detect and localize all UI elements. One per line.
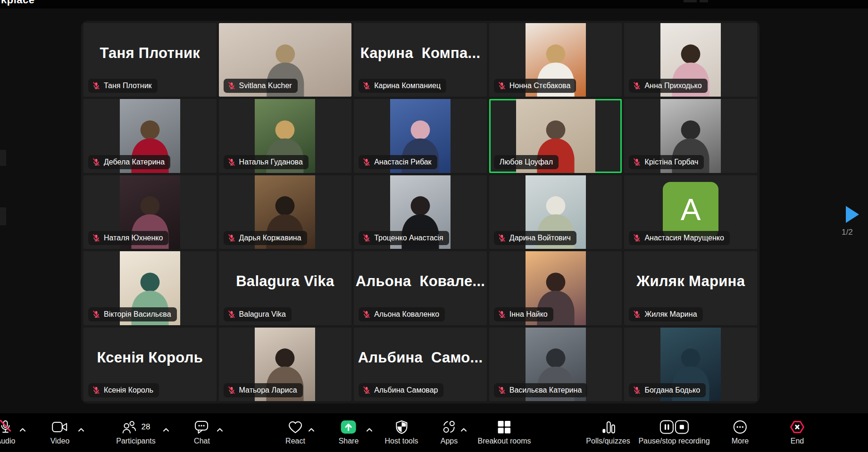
mic-muted-icon [498,311,506,318]
participant-tile[interactable]: Наталя Юхненко [83,175,217,249]
participant-name-pill: Таня Плотник [88,79,158,93]
participant-tile[interactable]: Троценко Анастасія [354,175,487,249]
toolbar-share-button[interactable]: Share [339,418,359,445]
toolbar-label: Participants [116,437,156,445]
participant-name-pill: Дарья Коржавина [224,231,307,245]
participant-name-pill: Анастасия Марущенко [629,231,729,245]
participant-tile[interactable]: AАнастасия Марущенко [624,175,757,249]
mic-muted-icon [633,234,641,242]
toolbar-chat-button[interactable]: Chat [194,418,210,445]
mic-muted-icon [363,234,370,242]
next-page-button[interactable] [846,206,859,223]
toolbar-recording-button[interactable]: Pause/stop recording [638,418,709,445]
mic-muted-icon [633,82,641,90]
mic-muted-icon [633,386,641,394]
participant-tile[interactable]: Альона Ковале...Альона Коваленко [354,251,487,325]
participant-tile[interactable]: Ксенія КорольКсенія Король [83,328,217,401]
participant-name-pill: Крістіна Горбач [629,155,704,169]
participant-tile[interactable]: Balagura VikaBalagura Vika [219,251,352,325]
page-indicator: 1/2 [842,228,853,237]
participant-tile[interactable]: Анна Приходько [624,23,757,97]
toolbar-icon-row [497,418,511,436]
top-right-artifact [684,0,697,2]
participant-name-pill: Анастасія Рибак [359,155,437,169]
toolbar-label: End [791,437,804,445]
mic-muted-icon [363,158,370,166]
toolbar-audio-button[interactable]: Audio [0,418,15,445]
mic-muted-icon [633,311,641,318]
participant-name-pill: Дебела Катерина [88,155,170,169]
share-screen-icon [341,420,357,434]
participant-tile[interactable]: Таня ПлотникТаня Плотник [83,23,217,97]
toolbar-label: Host tools [384,437,418,445]
camera-icon [52,421,68,433]
toolbar-icon-row: 28 [122,418,150,436]
toolbar-more-button[interactable]: More [732,418,749,445]
breakout-rooms-icon [497,420,511,434]
chat-chevron-button[interactable] [217,425,223,434]
participant-tile[interactable]: Дебела Катерина [83,99,217,173]
toolbar-icon-row [341,418,357,436]
participant-name: Таня Плотник [104,82,152,90]
participant-tile[interactable]: Карина Компа...Карина Компаниец [354,23,487,97]
mic-muted-icon [363,82,370,90]
end-meeting-icon [790,420,805,434]
toolbar-participants-button[interactable]: 28Participants [116,418,156,445]
participant-tile[interactable]: Васильєва Катерина [489,328,622,401]
toolbar-polls-button[interactable]: Polls/quizzes [586,418,630,445]
react-chevron-button[interactable] [308,425,315,434]
participant-tile[interactable]: Дарина Войтович [489,175,622,249]
mic-muted-icon [363,311,370,318]
participant-tile[interactable]: Вікторія Васильєва [83,251,217,325]
left-edge-artifact [0,150,6,166]
participant-tile[interactable]: Альбина Само...Альбина Самовар [354,328,487,401]
participant-name: Васильєва Катерина [509,386,582,394]
toolbar-icon-row [52,418,68,436]
participant-tile[interactable]: Богдана Бодько [624,328,757,401]
mic-muted-icon [228,234,235,242]
audio-chevron-button[interactable] [19,425,26,434]
apps-icon [442,420,456,434]
toolbar-react-button[interactable]: React [285,418,305,445]
participant-tile[interactable]: Жиляк МаринаЖиляк Марина [624,251,757,325]
video-chevron-button[interactable] [78,425,84,434]
mic-muted-icon [498,82,506,90]
participant-tile[interactable]: Нонна Стєбакова [489,23,622,97]
toolbar-end-button[interactable]: End [790,418,805,445]
participants-chevron-button[interactable] [163,425,169,434]
toolbar-icon-row [733,418,747,436]
polls-icon [601,420,615,434]
participant-tile[interactable]: Крістіна Горбач [624,99,757,173]
participant-tile[interactable]: Наталья Гуданова [219,99,352,173]
participant-name: Ксенія Король [104,386,153,394]
mic-muted-icon [92,234,100,242]
participant-name: Дебела Катерина [104,158,165,166]
participant-tile[interactable]: Дарья Коржавина [219,175,352,249]
toolbar-breakout-rooms-button[interactable]: Breakout rooms [478,418,531,445]
top-right-artifact [700,0,708,2]
window-title-cutoff: kplace [1,0,35,6]
participant-tile[interactable]: Анастасія Рибак [354,99,487,173]
mic-muted-icon [498,386,506,394]
participant-tile[interactable]: Інна Найко [489,251,622,325]
toolbar-label: Polls/quizzes [586,437,630,445]
mic-muted-icon [92,82,100,90]
toolbar-icon-row [601,418,615,436]
participant-name-pill: Троценко Анастасія [359,231,449,245]
toolbar-icon-row [790,418,805,436]
mic-muted-icon [92,311,100,318]
participant-tile[interactable]: Любов Цоуфал [489,99,622,173]
toolbar-host-tools-button[interactable]: Host tools [384,418,418,445]
toolbar-video-button[interactable]: Video [50,418,70,445]
participant-name: Наталья Гуданова [239,158,303,166]
mic-muted-icon [228,386,235,394]
participant-tile[interactable]: Матьора Лариса [219,328,352,401]
mic-muted-icon [363,386,370,394]
chat-icon [194,420,209,434]
toolbar-apps-button[interactable]: Apps [441,418,458,445]
participant-tile[interactable]: Svitlana Kucher [219,23,352,97]
apps-chevron-button[interactable] [460,425,467,434]
heart-icon [288,420,303,434]
share-chevron-button[interactable] [366,425,373,434]
toolbar-icon-row [288,418,303,436]
